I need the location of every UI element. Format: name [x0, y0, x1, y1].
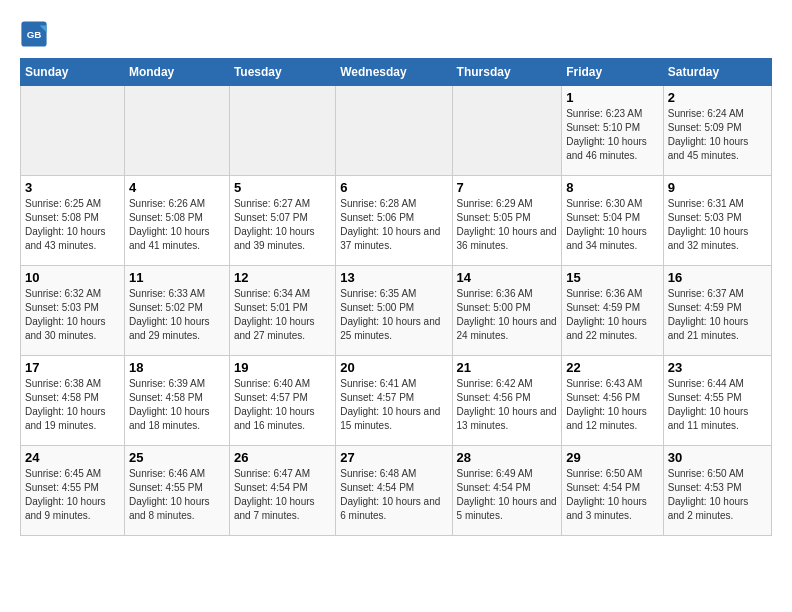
- calendar-cell: 10Sunrise: 6:32 AMSunset: 5:03 PMDayligh…: [21, 266, 125, 356]
- day-number: 5: [234, 180, 331, 195]
- calendar-cell: 20Sunrise: 6:41 AMSunset: 4:57 PMDayligh…: [336, 356, 452, 446]
- weekday-header-monday: Monday: [124, 59, 229, 86]
- calendar-cell: 3Sunrise: 6:25 AMSunset: 5:08 PMDaylight…: [21, 176, 125, 266]
- day-number: 14: [457, 270, 558, 285]
- calendar-cell: 1Sunrise: 6:23 AMSunset: 5:10 PMDaylight…: [562, 86, 664, 176]
- calendar-cell: 18Sunrise: 6:39 AMSunset: 4:58 PMDayligh…: [124, 356, 229, 446]
- day-number: 29: [566, 450, 659, 465]
- calendar-cell: [452, 86, 562, 176]
- weekday-header-saturday: Saturday: [663, 59, 771, 86]
- day-info: Sunrise: 6:39 AMSunset: 4:58 PMDaylight:…: [129, 377, 225, 433]
- day-info: Sunrise: 6:32 AMSunset: 5:03 PMDaylight:…: [25, 287, 120, 343]
- day-number: 1: [566, 90, 659, 105]
- day-info: Sunrise: 6:36 AMSunset: 4:59 PMDaylight:…: [566, 287, 659, 343]
- day-number: 15: [566, 270, 659, 285]
- weekday-header-row: SundayMondayTuesdayWednesdayThursdayFrid…: [21, 59, 772, 86]
- logo: GB: [20, 20, 52, 48]
- day-info: Sunrise: 6:46 AMSunset: 4:55 PMDaylight:…: [129, 467, 225, 523]
- day-number: 2: [668, 90, 767, 105]
- day-number: 27: [340, 450, 447, 465]
- calendar-cell: 11Sunrise: 6:33 AMSunset: 5:02 PMDayligh…: [124, 266, 229, 356]
- day-number: 23: [668, 360, 767, 375]
- calendar-cell: 14Sunrise: 6:36 AMSunset: 5:00 PMDayligh…: [452, 266, 562, 356]
- day-info: Sunrise: 6:27 AMSunset: 5:07 PMDaylight:…: [234, 197, 331, 253]
- calendar-cell: 29Sunrise: 6:50 AMSunset: 4:54 PMDayligh…: [562, 446, 664, 536]
- calendar-cell: 25Sunrise: 6:46 AMSunset: 4:55 PMDayligh…: [124, 446, 229, 536]
- calendar-cell: [124, 86, 229, 176]
- calendar-cell: 28Sunrise: 6:49 AMSunset: 4:54 PMDayligh…: [452, 446, 562, 536]
- day-info: Sunrise: 6:38 AMSunset: 4:58 PMDaylight:…: [25, 377, 120, 433]
- calendar-week-row: 1Sunrise: 6:23 AMSunset: 5:10 PMDaylight…: [21, 86, 772, 176]
- day-number: 21: [457, 360, 558, 375]
- day-number: 9: [668, 180, 767, 195]
- day-number: 3: [25, 180, 120, 195]
- day-number: 28: [457, 450, 558, 465]
- calendar-cell: 9Sunrise: 6:31 AMSunset: 5:03 PMDaylight…: [663, 176, 771, 266]
- calendar-cell: 4Sunrise: 6:26 AMSunset: 5:08 PMDaylight…: [124, 176, 229, 266]
- day-info: Sunrise: 6:48 AMSunset: 4:54 PMDaylight:…: [340, 467, 447, 523]
- day-info: Sunrise: 6:36 AMSunset: 5:00 PMDaylight:…: [457, 287, 558, 343]
- day-number: 8: [566, 180, 659, 195]
- weekday-header-tuesday: Tuesday: [229, 59, 335, 86]
- day-number: 20: [340, 360, 447, 375]
- calendar-cell: 23Sunrise: 6:44 AMSunset: 4:55 PMDayligh…: [663, 356, 771, 446]
- logo-icon: GB: [20, 20, 48, 48]
- calendar-cell: 16Sunrise: 6:37 AMSunset: 4:59 PMDayligh…: [663, 266, 771, 356]
- calendar-cell: 30Sunrise: 6:50 AMSunset: 4:53 PMDayligh…: [663, 446, 771, 536]
- day-info: Sunrise: 6:25 AMSunset: 5:08 PMDaylight:…: [25, 197, 120, 253]
- day-info: Sunrise: 6:28 AMSunset: 5:06 PMDaylight:…: [340, 197, 447, 253]
- calendar-cell: 24Sunrise: 6:45 AMSunset: 4:55 PMDayligh…: [21, 446, 125, 536]
- calendar-cell: [336, 86, 452, 176]
- day-number: 22: [566, 360, 659, 375]
- day-info: Sunrise: 6:34 AMSunset: 5:01 PMDaylight:…: [234, 287, 331, 343]
- day-info: Sunrise: 6:47 AMSunset: 4:54 PMDaylight:…: [234, 467, 331, 523]
- day-info: Sunrise: 6:49 AMSunset: 4:54 PMDaylight:…: [457, 467, 558, 523]
- calendar-week-row: 17Sunrise: 6:38 AMSunset: 4:58 PMDayligh…: [21, 356, 772, 446]
- day-info: Sunrise: 6:45 AMSunset: 4:55 PMDaylight:…: [25, 467, 120, 523]
- calendar-cell: 8Sunrise: 6:30 AMSunset: 5:04 PMDaylight…: [562, 176, 664, 266]
- day-number: 10: [25, 270, 120, 285]
- day-info: Sunrise: 6:31 AMSunset: 5:03 PMDaylight:…: [668, 197, 767, 253]
- page-header: GB: [20, 20, 772, 48]
- day-info: Sunrise: 6:40 AMSunset: 4:57 PMDaylight:…: [234, 377, 331, 433]
- calendar-cell: 21Sunrise: 6:42 AMSunset: 4:56 PMDayligh…: [452, 356, 562, 446]
- day-info: Sunrise: 6:37 AMSunset: 4:59 PMDaylight:…: [668, 287, 767, 343]
- day-number: 17: [25, 360, 120, 375]
- day-number: 19: [234, 360, 331, 375]
- calendar-cell: 17Sunrise: 6:38 AMSunset: 4:58 PMDayligh…: [21, 356, 125, 446]
- weekday-header-thursday: Thursday: [452, 59, 562, 86]
- weekday-header-wednesday: Wednesday: [336, 59, 452, 86]
- day-info: Sunrise: 6:23 AMSunset: 5:10 PMDaylight:…: [566, 107, 659, 163]
- day-info: Sunrise: 6:24 AMSunset: 5:09 PMDaylight:…: [668, 107, 767, 163]
- day-number: 6: [340, 180, 447, 195]
- day-info: Sunrise: 6:29 AMSunset: 5:05 PMDaylight:…: [457, 197, 558, 253]
- day-info: Sunrise: 6:50 AMSunset: 4:53 PMDaylight:…: [668, 467, 767, 523]
- day-number: 4: [129, 180, 225, 195]
- day-info: Sunrise: 6:42 AMSunset: 4:56 PMDaylight:…: [457, 377, 558, 433]
- calendar-cell: 27Sunrise: 6:48 AMSunset: 4:54 PMDayligh…: [336, 446, 452, 536]
- day-number: 13: [340, 270, 447, 285]
- day-number: 24: [25, 450, 120, 465]
- day-number: 25: [129, 450, 225, 465]
- day-info: Sunrise: 6:44 AMSunset: 4:55 PMDaylight:…: [668, 377, 767, 433]
- day-info: Sunrise: 6:41 AMSunset: 4:57 PMDaylight:…: [340, 377, 447, 433]
- day-number: 7: [457, 180, 558, 195]
- day-info: Sunrise: 6:50 AMSunset: 4:54 PMDaylight:…: [566, 467, 659, 523]
- calendar-cell: 5Sunrise: 6:27 AMSunset: 5:07 PMDaylight…: [229, 176, 335, 266]
- calendar-table: SundayMondayTuesdayWednesdayThursdayFrid…: [20, 58, 772, 536]
- calendar-cell: 7Sunrise: 6:29 AMSunset: 5:05 PMDaylight…: [452, 176, 562, 266]
- day-info: Sunrise: 6:26 AMSunset: 5:08 PMDaylight:…: [129, 197, 225, 253]
- calendar-cell: [21, 86, 125, 176]
- day-number: 18: [129, 360, 225, 375]
- calendar-week-row: 3Sunrise: 6:25 AMSunset: 5:08 PMDaylight…: [21, 176, 772, 266]
- day-info: Sunrise: 6:43 AMSunset: 4:56 PMDaylight:…: [566, 377, 659, 433]
- calendar-week-row: 10Sunrise: 6:32 AMSunset: 5:03 PMDayligh…: [21, 266, 772, 356]
- calendar-week-row: 24Sunrise: 6:45 AMSunset: 4:55 PMDayligh…: [21, 446, 772, 536]
- calendar-cell: 6Sunrise: 6:28 AMSunset: 5:06 PMDaylight…: [336, 176, 452, 266]
- calendar-cell: 15Sunrise: 6:36 AMSunset: 4:59 PMDayligh…: [562, 266, 664, 356]
- calendar-cell: 22Sunrise: 6:43 AMSunset: 4:56 PMDayligh…: [562, 356, 664, 446]
- day-info: Sunrise: 6:30 AMSunset: 5:04 PMDaylight:…: [566, 197, 659, 253]
- day-info: Sunrise: 6:35 AMSunset: 5:00 PMDaylight:…: [340, 287, 447, 343]
- calendar-cell: 19Sunrise: 6:40 AMSunset: 4:57 PMDayligh…: [229, 356, 335, 446]
- calendar-cell: 13Sunrise: 6:35 AMSunset: 5:00 PMDayligh…: [336, 266, 452, 356]
